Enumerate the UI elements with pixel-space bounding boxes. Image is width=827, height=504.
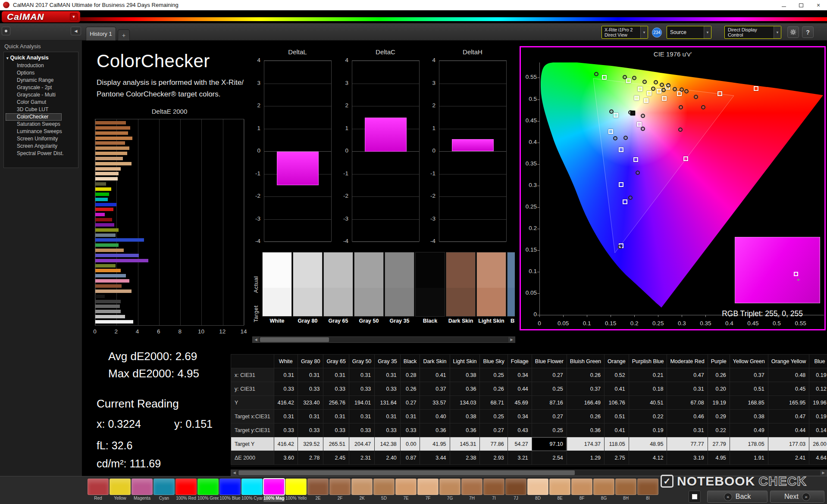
next-button[interactable]: Next » [770, 491, 824, 503]
table-cell[interactable]: 0.31 [298, 368, 323, 382]
strip-patch-7i[interactable]: 7I [483, 479, 504, 502]
table-cell[interactable]: 0.87 [400, 451, 420, 465]
table-cell[interactable]: 2.41 [768, 451, 809, 465]
table-cell[interactable]: 0.38 [730, 410, 768, 423]
sidebar-item-introduction[interactable]: Introduction [6, 62, 78, 69]
table-cell[interactable]: 0.34 [507, 368, 532, 382]
strip-patch-8d[interactable]: 8D [527, 479, 548, 502]
table-cell[interactable]: 97.10 [532, 437, 567, 451]
table-cell[interactable]: 134.03 [450, 396, 480, 410]
table-cell[interactable]: 0.38 [450, 368, 480, 382]
table-cell[interactable]: 0.31 [274, 368, 298, 382]
sidebar-item-grayscale-multi[interactable]: Grayscale - Multi [6, 91, 78, 99]
table-cell[interactable]: 0.25 [480, 368, 507, 382]
minimize-button[interactable] [775, 0, 793, 10]
table-cell[interactable]: 0.19 [809, 368, 827, 382]
patch-gray-35[interactable]: Gray 35 [385, 252, 414, 326]
table-cell[interactable]: 118.05 [605, 437, 629, 451]
patch-blue-sky[interactable]: Blue Sky [507, 252, 515, 326]
table-cell[interactable]: 48.95 [629, 437, 667, 451]
table-cell[interactable]: 0.27 [532, 410, 567, 423]
table-cell[interactable]: 0.41 [605, 423, 629, 437]
table-cell[interactable]: 2.54 [532, 451, 567, 465]
table-cell[interactable]: 0.26 [708, 368, 730, 382]
strip-patch-2k[interactable]: 2K [351, 479, 373, 502]
table-cell[interactable]: 2.78 [298, 451, 323, 465]
table-cell[interactable]: 0.33 [375, 382, 400, 396]
table-cell[interactable]: 2.40 [375, 451, 400, 465]
patch-black[interactable]: Black [415, 252, 445, 326]
strip-patch-7j[interactable]: 7J [505, 479, 526, 502]
scroll-left-icon[interactable]: ◀ [231, 470, 238, 476]
settings-button[interactable] [787, 26, 799, 38]
strip-patch-cyan[interactable]: Cyan [153, 479, 175, 502]
table-cell[interactable]: 3.19 [667, 451, 708, 465]
table-cell[interactable]: 0.18 [629, 382, 667, 396]
table-cell[interactable]: 0.31 [667, 423, 708, 437]
table-cell[interactable]: 0.47 [768, 410, 809, 423]
table-cell[interactable]: 0.36 [420, 423, 450, 437]
sidebar-item-grayscale-2pt[interactable]: Grayscale - 2pt [6, 84, 78, 91]
sidebar-item-dynamic-range[interactable]: Dynamic Range [6, 77, 78, 84]
strip-patch-red[interactable]: Red [88, 479, 109, 502]
table-cell[interactable]: 0.46 [667, 410, 708, 423]
table-cell[interactable]: 67.08 [667, 396, 708, 410]
table-cell[interactable]: 0.33 [349, 382, 374, 396]
table-cell[interactable]: 33.57 [420, 396, 450, 410]
strip-patch-7f[interactable]: 7F [417, 479, 439, 502]
table-cell[interactable]: 0.38 [450, 410, 480, 423]
patch-gray-80[interactable]: Gray 80 [293, 252, 323, 326]
table-cell[interactable]: 0.41 [420, 368, 450, 382]
table-cell[interactable]: 416.42 [274, 396, 298, 410]
display-control-dropdown[interactable]: Direct Display Control ▼ [724, 26, 781, 39]
tree-root-quick-analysis[interactable]: ▾Quick Analysis [6, 54, 78, 62]
table-cell[interactable]: 0.31 [298, 410, 323, 423]
sidebar-collapse-button[interactable]: ◀ [71, 27, 81, 35]
table-cell[interactable]: 0.31 [323, 410, 349, 423]
table-cell[interactable]: 0.00 [400, 437, 420, 451]
sidebar-item-luminance-sweeps[interactable]: Luminance Sweeps [6, 128, 78, 135]
table-cell[interactable]: 26.00 [809, 437, 827, 451]
strip-patch-8h[interactable]: 8H [615, 479, 636, 502]
table-cell[interactable]: 0.33 [349, 423, 374, 437]
table-cell[interactable]: 0.26 [567, 410, 604, 423]
strip-patch-yellow[interactable]: Yellow [110, 479, 131, 502]
table-cell[interactable]: 0.49 [730, 423, 768, 437]
table-cell[interactable]: 166.49 [567, 396, 604, 410]
table-cell[interactable]: 168.85 [730, 396, 768, 410]
patch-light-skin[interactable]: Light Skin [476, 252, 506, 326]
table-cell[interactable]: 329.52 [298, 437, 323, 451]
strip-patch-magenta[interactable]: Magenta [132, 479, 153, 502]
table-cell[interactable]: 0.33 [323, 423, 349, 437]
table-cell[interactable]: 3.60 [274, 451, 298, 465]
table-cell[interactable]: 19.19 [708, 396, 730, 410]
strip-patch-100-blue[interactable]: 100% Blue [219, 479, 241, 502]
table-cell[interactable]: 0.31 [667, 382, 708, 396]
patch-gray-65[interactable]: Gray 65 [323, 252, 353, 326]
table-cell[interactable]: 0.31 [274, 410, 298, 423]
table-cell[interactable]: 0.37 [420, 382, 450, 396]
table-cell[interactable]: 0.12 [809, 382, 827, 396]
table-cell[interactable]: 0.33 [298, 423, 323, 437]
table-cell[interactable]: 0.19 [629, 423, 667, 437]
table-cell[interactable]: 177.03 [768, 437, 809, 451]
table-cell[interactable]: 2.31 [349, 451, 374, 465]
sidebar-item-spectral-power-dist[interactable]: Spectral Power Dist. [6, 150, 78, 157]
table-cell[interactable]: 0.27 [480, 423, 507, 437]
table-cell[interactable]: 4.64 [809, 451, 827, 465]
strip-patch-100-yellow[interactable]: 100% Yellow [285, 479, 307, 502]
session-menu-button[interactable] [2, 27, 10, 35]
table-cell[interactable]: 0.36 [450, 423, 480, 437]
table-cell[interactable]: 0.45 [768, 382, 809, 396]
table-cell[interactable]: 0.22 [708, 423, 730, 437]
table-cell[interactable]: 0.31 [349, 410, 374, 423]
meter-count-badge[interactable]: 234 [652, 28, 662, 37]
strip-patch-7g[interactable]: 7G [439, 479, 460, 502]
table-cell[interactable]: 0.34 [507, 410, 532, 423]
table-cell[interactable]: 0.40 [420, 410, 450, 423]
table-cell[interactable]: 0.33 [274, 423, 298, 437]
strip-patch-8i[interactable]: 8I [637, 479, 658, 502]
table-cell[interactable]: 0.37 [567, 382, 604, 396]
table-cell[interactable]: 54.27 [507, 437, 532, 451]
table-cell[interactable]: 1.29 [567, 451, 604, 465]
